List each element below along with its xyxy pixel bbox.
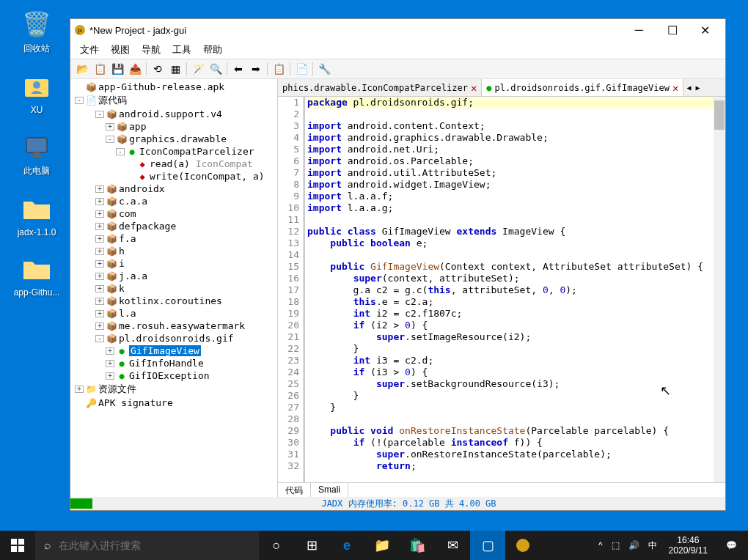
recycle-bin-icon[interactable]: 🗑️ 回收站 <box>7 7 66 55</box>
menu-tools[interactable]: 工具 <box>166 41 197 59</box>
tray-up-icon[interactable]: ^ <box>594 540 607 550</box>
minimize-button[interactable]: ─ <box>623 20 656 40</box>
tree-toggle-icon[interactable]: - <box>95 111 104 118</box>
network-icon[interactable]: ⬚ <box>607 540 624 550</box>
code-editor[interactable]: 1234567891011121314151617181920212223242… <box>278 97 725 482</box>
task-view-icon[interactable]: ⊞ <box>294 531 329 560</box>
tree-item-f-a[interactable]: +📦f.a <box>72 232 276 245</box>
tab-code[interactable]: 代码 <box>278 483 311 497</box>
tree-toggle-icon[interactable]: + <box>95 185 104 193</box>
this-pc-icon[interactable]: 此电脑 <box>7 130 66 177</box>
menu-view[interactable]: 视图 <box>105 41 136 59</box>
tree-signature[interactable]: 🔑APK signature <box>72 397 276 409</box>
deobfuscate-icon[interactable]: 📋 <box>271 61 287 77</box>
tree-item-gifioexception[interactable]: +●GifIOException <box>72 369 276 382</box>
search-icon[interactable]: 🔍 <box>208 61 224 77</box>
tree-item-l-a[interactable]: +📦l.a <box>72 307 276 320</box>
tree-toggle-icon[interactable]: + <box>95 223 104 230</box>
tree-resources[interactable]: +📁资源文件 <box>72 382 276 397</box>
tree-toggle-icon[interactable]: + <box>95 235 104 243</box>
tree-item-androidx[interactable]: +📦androidx <box>72 183 276 195</box>
tree-toggle-icon[interactable]: + <box>95 285 104 292</box>
tree-toggle-icon[interactable]: + <box>106 360 114 367</box>
mail-icon[interactable]: ✉ <box>435 531 470 560</box>
tree-item-pl-droidsonroids-gif[interactable]: -📦pl.droidsonroids.gif <box>72 332 276 345</box>
settings-icon[interactable]: 🔧 <box>316 61 332 77</box>
tree-item-graphics-drawable[interactable]: -📦graphics.drawable <box>72 133 276 145</box>
tree-item-kotlinx-coroutines[interactable]: +📦kotlinx.coroutines <box>72 295 276 307</box>
tree-item-iconcompatparcelizer[interactable]: -●IconCompatParcelizer <box>72 145 276 158</box>
tree-toggle-icon[interactable]: + <box>95 310 104 317</box>
menu-navigate[interactable]: 导航 <box>136 41 166 59</box>
tree-toggle-icon[interactable]: + <box>95 323 104 330</box>
tree-toggle-icon[interactable]: - <box>116 148 125 155</box>
tree-toggle-icon[interactable]: + <box>75 386 84 393</box>
tab-iconcompat[interactable]: phics.drawable.IconCompatParcelizer ✕ <box>278 79 482 96</box>
tree-toggle-icon[interactable]: + <box>95 198 104 205</box>
tree-item-com[interactable]: +📦com <box>72 207 276 220</box>
store-icon[interactable]: 🛍️ <box>400 531 435 560</box>
app-icon[interactable]: ▢ <box>470 531 505 560</box>
tree-toggle-icon[interactable]: - <box>106 136 114 143</box>
tree-toggle-icon[interactable]: + <box>106 372 114 380</box>
tab-smali[interactable]: Smali <box>311 483 348 497</box>
cortana-icon[interactable]: ○ <box>259 531 294 560</box>
maximize-button[interactable]: ☐ <box>656 20 689 40</box>
tree-item-app[interactable]: +📦app <box>72 120 276 133</box>
close-icon[interactable]: ✕ <box>471 82 477 94</box>
tree-item-h[interactable]: +📦h <box>72 245 276 257</box>
tree-item-i[interactable]: +📦i <box>72 257 276 270</box>
sync-icon[interactable]: ⟲ <box>150 61 166 77</box>
vertical-scrollbar[interactable] <box>714 97 725 482</box>
export-icon[interactable]: 📤 <box>127 61 143 77</box>
wand-icon[interactable]: 🪄 <box>190 61 206 77</box>
jadx-folder-icon[interactable]: jadx-1.1.0 <box>7 192 66 237</box>
ime-icon[interactable]: 中 <box>644 539 661 552</box>
save-icon[interactable]: 💾 <box>109 61 125 77</box>
tree-item-defpackage[interactable]: +📦defpackage <box>72 220 276 232</box>
tree-toggle-icon[interactable]: + <box>95 260 104 268</box>
tree-item-read-a-[interactable]: ◆read(a) IconCompat <box>72 158 276 170</box>
tree-item-write-iconcompat--a-[interactable]: ◆write(IconCompat, a) <box>72 170 276 183</box>
jadx-task-icon[interactable] <box>505 531 540 560</box>
tree-item-k[interactable]: +📦k <box>72 282 276 295</box>
open-file-icon[interactable]: 📂 <box>74 61 90 77</box>
titlebar[interactable]: jx *New Project - jadx-gui ─ ☐ ✕ <box>70 19 725 41</box>
tree-item-j-a-a[interactable]: +📦j.a.a <box>72 270 276 282</box>
notification-icon[interactable]: 💬 <box>715 531 748 560</box>
tree-toggle-icon[interactable]: + <box>106 347 114 355</box>
tree-toggle-icon[interactable]: + <box>95 210 104 218</box>
user-folder-icon[interactable]: XU <box>7 70 66 115</box>
tree-item-gifinfohandle[interactable]: +●GifInfoHandle <box>72 357 276 369</box>
tree-item-me-rosuh-easywatermark[interactable]: +📦me.rosuh.easywatermark <box>72 320 276 332</box>
menu-help[interactable]: 帮助 <box>197 41 228 59</box>
tree-toggle-icon[interactable]: + <box>95 298 104 305</box>
tree-item-android-support-v4[interactable]: -📦android.support.v4 <box>72 108 276 120</box>
volume-icon[interactable]: 🔊 <box>624 540 644 550</box>
tree-toggle-icon[interactable]: - <box>75 97 84 104</box>
tree-toggle-icon[interactable]: + <box>95 248 104 255</box>
tab-scroll[interactable]: ◀ ▶ <box>683 84 703 92</box>
log-icon[interactable]: 📄 <box>293 61 309 77</box>
start-button[interactable] <box>0 531 35 560</box>
add-files-icon[interactable]: 📋 <box>92 61 108 77</box>
tree-toggle-icon[interactable]: + <box>95 273 104 280</box>
edge-icon[interactable]: e <box>329 531 364 560</box>
search-input[interactable] <box>59 539 250 551</box>
app-github-folder-icon[interactable]: app-Githu... <box>7 252 66 298</box>
close-icon[interactable]: ✕ <box>672 82 678 94</box>
explorer-icon[interactable]: 📁 <box>364 531 400 560</box>
back-icon[interactable]: ⬅ <box>230 61 246 77</box>
tree-root-apk[interactable]: 📦app-Github-release.apk <box>72 81 276 93</box>
tree-toggle-icon[interactable]: - <box>95 335 104 342</box>
tree-source[interactable]: -📄源代码 <box>72 93 276 108</box>
close-button[interactable]: ✕ <box>689 20 722 40</box>
forward-icon[interactable]: ➡ <box>248 61 264 77</box>
menu-file[interactable]: 文件 <box>74 41 105 59</box>
tree-item-c-a-a[interactable]: +📦c.a.a <box>72 195 276 207</box>
tree-toggle-icon[interactable]: + <box>106 123 114 130</box>
taskbar-search[interactable]: ⌕ <box>35 531 259 560</box>
flat-icon[interactable]: ▦ <box>167 61 183 77</box>
tab-gifimageview[interactable]: ● pl.droidsonroids.gif.GifImageView ✕ <box>482 79 683 96</box>
tree-panel[interactable]: 📦app-Github-release.apk-📄源代码-📦android.su… <box>70 79 278 497</box>
